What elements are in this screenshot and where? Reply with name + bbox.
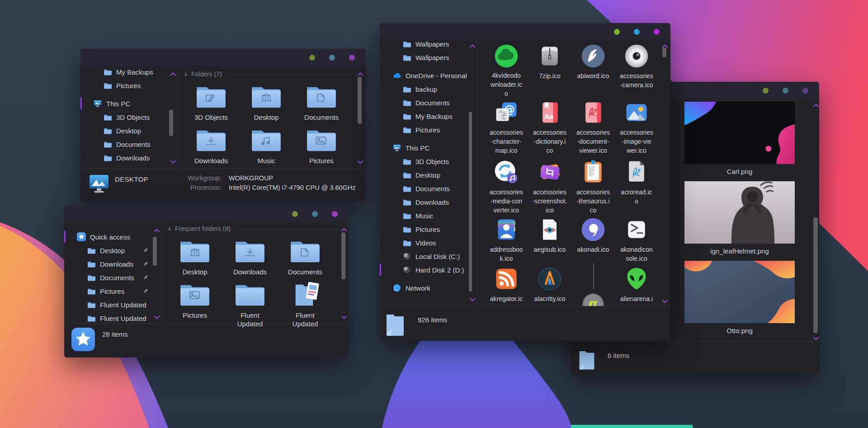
sidebar-item-music[interactable]: Music [380,209,476,222]
scroll-up-icon[interactable] [662,42,668,45]
sidebar-scroll-up-icon[interactable] [154,226,160,230]
file-item-akregator-ico[interactable]: akregator.ico [485,264,528,306]
file-item-accessories-image-viewer-ico[interactable]: accessories-image-viewer.ico [615,98,658,158]
scrollbar[interactable] [358,77,362,124]
scrollbar[interactable] [341,232,345,279]
folder-item-pictures[interactable]: Pictures [294,127,349,165]
file-item-akonadi-ico[interactable]: akonadi.ico [571,215,615,264]
sidebar-item-documents[interactable]: Documents [64,271,160,284]
section-header[interactable]: Frequent folders (8) [167,225,340,232]
file-item-aegisub-ico[interactable]: aegisub.ico [528,215,571,264]
sidebar-item-wallpapers[interactable]: Wallpapers [380,37,476,51]
sidebar-item-documents[interactable]: Documents [380,96,476,109]
sidebar-item-3d-objects[interactable]: 3D Objects [80,110,176,124]
folder-item-music[interactable]: Music [239,127,294,165]
file-item-addressbook-ico[interactable]: addressbook.ico [485,215,528,264]
minimize-button[interactable] [614,29,620,35]
image-item-carl-png[interactable]: Carl.png [684,102,795,175]
sidebar-scrollbar[interactable] [169,110,173,136]
scrollbar[interactable] [662,47,666,57]
sidebar-scroll-up-icon[interactable] [170,70,176,73]
scroll-down-icon[interactable] [813,334,819,338]
sidebar-item-wallpapers[interactable]: Wallpapers [380,51,476,64]
scroll-down-icon[interactable] [357,158,363,161]
sidebar-item-documents[interactable]: Documents [380,182,476,195]
file-item-accessories-media-converter-ico[interactable]: accessories-media-converter.ico [485,158,528,215]
sidebar-item-desktop[interactable]: Desktop [64,244,160,257]
file-item-accessories-screenshot-ico[interactable]: accessories-screenshot.ico [528,158,571,215]
sidebar-scrollbar[interactable] [469,112,472,292]
image-item-otto-png[interactable]: Otto.png [684,261,795,334]
sidebar-item-pictures[interactable]: Pictures [380,123,476,136]
folder-item-desktop[interactable]: Desktop [167,238,222,276]
folder-item-3d-objects[interactable]: 3D Objects [184,83,239,122]
sidebar-scroll-up-icon[interactable] [469,42,476,45]
folder-item-downloads[interactable]: Downloads [222,238,278,276]
scroll-up-icon[interactable] [813,101,819,104]
minimize-button[interactable] [309,55,315,61]
window-titlebar[interactable] [80,49,366,66]
folder-item-downloads[interactable]: Downloads [184,127,239,165]
scroll-up-icon[interactable] [341,225,347,229]
sidebar-item-pictures[interactable]: Pictures [64,284,160,298]
file-item-accessories-character-map-ico[interactable]: @accessories-character-map.ico [485,98,528,158]
maximize-button[interactable] [634,29,640,35]
sidebar-scrollbar[interactable] [153,237,157,266]
sidebar-item-videos[interactable]: Videos [380,236,476,249]
sidebar-item-downloads[interactable]: Downloads [64,257,160,271]
maximize-button[interactable] [312,211,318,217]
file-item-accessories-thesaurus-ico[interactable]: accessories-thesaurus.ico [571,158,615,215]
maximize-button[interactable] [783,88,788,94]
close-button[interactable] [654,29,660,35]
sidebar-item-downloads[interactable]: Downloads [380,195,476,209]
close-button[interactable] [802,88,808,94]
sidebar-item-3d-objects[interactable]: 3D Objects [380,155,476,168]
sidebar-item-desktop[interactable]: Desktop [80,124,176,137]
file-item-accessories-dictionary-ico[interactable]: Aaaccessories-dictionary.ico [528,98,571,158]
sidebar-item-onedrive-personal[interactable]: OneDrive - Personal [380,69,476,82]
folder-item-fluent-updated[interactable]: FluentUpdated [278,281,333,328]
scroll-down-icon[interactable] [662,297,668,301]
file-item-akonadiconsole-ico[interactable]: akonadiconsole.ico [615,215,658,264]
sidebar-item-pictures[interactable]: Pictures [80,79,176,92]
scrollbar[interactable] [813,217,818,333]
section-header[interactable]: Folders (7) [184,71,356,78]
sidebar-scroll-down-icon[interactable] [469,295,476,299]
file-item-accessories-camera-ico[interactable]: accessories-camera.ico [615,42,658,98]
file-item-abiword-ico[interactable]: abiword.ico [571,42,615,98]
file-item-alacritty-ico[interactable]: alacritty.ico [528,264,571,306]
file-item-albert-ico[interactable]: αalbert.ico [571,264,615,306]
file-item-4kvideodownloader-ico[interactable]: 4kvideodownloader.ico [485,42,528,98]
file-item-accessories-document-viewer-ico[interactable]: accessories-document-viewer.ico [571,98,615,158]
sidebar-item-this-pc[interactable]: This PC [80,97,176,110]
file-item-7zip-ico[interactable]: 7zip.ico [528,42,571,98]
scroll-down-icon[interactable] [341,313,347,316]
sidebar-item-quick-access[interactable]: Quick access [64,230,160,244]
close-button[interactable] [349,55,355,61]
folder-item-documents[interactable]: Documents [278,238,333,276]
sidebar-scroll-down-icon[interactable] [154,313,160,316]
scroll-up-icon[interactable] [357,70,363,73]
folder-item-documents[interactable]: Documents [294,83,349,122]
folder-item-desktop[interactable]: Desktop [239,83,294,122]
sidebar-item-documents[interactable]: Documents [80,137,176,151]
minimize-button[interactable] [292,211,298,217]
sidebar-item-fluent-updated[interactable]: Fluent Updated [64,311,160,325]
sidebar-item-downloads[interactable]: Downloads [80,151,176,165]
folder-item-pictures[interactable]: Pictures [167,281,222,328]
sidebar-item-my-backups[interactable]: My Backups [380,109,476,123]
folder-item-fluent-updated[interactable]: FluentUpdated [222,281,278,328]
file-item-acroread-ico[interactable]: acroread.ico [615,158,658,215]
sidebar-item-this-pc[interactable]: This PC [380,141,476,155]
sidebar-item-my-backups[interactable]: My Backups [80,65,176,79]
window-titlebar[interactable] [64,205,349,222]
sidebar-item-local-disk-c[interactable]: Local Disk (C:) [380,249,476,263]
sidebar-item-fluent-updated[interactable]: Fluent Updated [64,298,160,311]
sidebar-item-network[interactable]: Network [380,281,476,295]
sidebar-item-hard-disk-2-d[interactable]: Hard Disk 2 (D:) [380,263,476,277]
maximize-button[interactable] [329,55,335,61]
sidebar-item-backup[interactable]: backup [380,82,476,96]
file-item-alienarena-ico[interactable]: alienarena.ico [615,264,658,306]
sidebar-item-pictures[interactable]: Pictures [380,222,476,236]
close-button[interactable] [332,211,338,217]
